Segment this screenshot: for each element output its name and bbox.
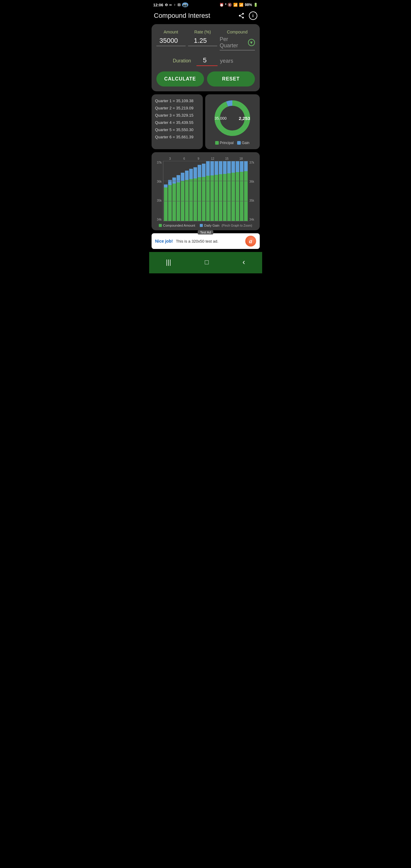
duration-label: Duration bbox=[158, 58, 194, 64]
status-icon-person: ♀ bbox=[173, 3, 176, 7]
bar-principal bbox=[231, 173, 235, 221]
bar-principal bbox=[177, 182, 180, 221]
bar-principal bbox=[206, 176, 210, 221]
chart-card: 3 6 9 12 15 18 37k 36k 35k 34k 37k 36k 3 bbox=[152, 152, 260, 230]
bar-gain bbox=[231, 161, 235, 173]
compound-label: Compound bbox=[227, 30, 248, 34]
bar-principal bbox=[185, 180, 189, 221]
bar-group bbox=[202, 161, 205, 221]
reset-button[interactable]: RESET bbox=[207, 71, 255, 87]
x-label-15: 15 bbox=[220, 157, 234, 160]
compounded-legend-label: Compounded Amount bbox=[163, 224, 195, 227]
donut-principal-value: 35,000 bbox=[215, 116, 227, 121]
bar-principal bbox=[172, 184, 176, 221]
bar-gain bbox=[202, 164, 205, 177]
donut-container: 35,000 2,253 bbox=[213, 98, 252, 138]
nav-bar: ||| □ ‹ bbox=[149, 252, 262, 273]
gain-chart-legend-label: Daily Gain bbox=[204, 224, 219, 227]
bar-group bbox=[235, 161, 239, 221]
bar-gain bbox=[215, 161, 218, 175]
amount-label: Amount bbox=[164, 30, 178, 34]
bar-gain bbox=[193, 167, 197, 179]
info-icon: i bbox=[249, 11, 257, 20]
gain-legend: Gain bbox=[237, 141, 249, 145]
nav-home-button[interactable]: □ bbox=[200, 257, 214, 267]
bar-group bbox=[181, 161, 184, 221]
bar-gain bbox=[164, 184, 167, 187]
status-icon-voicemail: ∞ bbox=[169, 3, 172, 7]
back-chevron-icon: ‹ bbox=[243, 257, 245, 267]
dropdown-icon[interactable]: ▼ bbox=[248, 39, 255, 46]
bar-principal bbox=[215, 175, 218, 221]
results-section: Quarter 1 = 35,109.38Quarter 2 = 35,219.… bbox=[152, 94, 260, 149]
bar-principal bbox=[189, 179, 193, 221]
mute-icon: 🔇 bbox=[227, 3, 232, 7]
bar-group bbox=[240, 161, 244, 221]
gain-legend-label: Gain bbox=[242, 141, 249, 145]
info-button[interactable]: i bbox=[249, 11, 257, 20]
home-square-icon: □ bbox=[205, 258, 209, 266]
ad-nicejob: Nice job! bbox=[155, 239, 173, 244]
calculate-button[interactable]: CALCULATE bbox=[156, 71, 204, 87]
gain-chart-legend-color bbox=[200, 224, 203, 227]
wifi-icon: 📶 bbox=[233, 3, 238, 7]
bars-area bbox=[163, 161, 248, 221]
donut-card: 35,000 2,253 Principal Gain bbox=[205, 94, 260, 149]
nav-back-button[interactable]: ‹ bbox=[238, 256, 250, 268]
bar-principal bbox=[164, 187, 167, 221]
bar-principal bbox=[198, 177, 201, 221]
y-right-37k: 37k bbox=[250, 161, 257, 164]
bar-group bbox=[210, 161, 214, 221]
input-row: Amount Rate (%) Compound Per Quarter ▼ bbox=[156, 30, 255, 50]
bar-group bbox=[172, 161, 176, 221]
y-left-34k: 34k bbox=[155, 218, 162, 221]
nav-menu-button[interactable]: ||| bbox=[161, 257, 176, 267]
ad-banner: Test Ad Nice job! This is a 320x50 test … bbox=[152, 233, 260, 249]
bar-principal bbox=[202, 177, 205, 221]
principal-legend: Principal bbox=[215, 141, 233, 145]
bar-principal bbox=[168, 185, 172, 221]
bar-group bbox=[219, 161, 222, 221]
compound-select-row[interactable]: Per Quarter ▼ bbox=[220, 36, 255, 50]
bar-gain bbox=[181, 173, 184, 181]
battery-icon: 🔋 bbox=[253, 3, 258, 7]
x-label-18: 18 bbox=[234, 157, 248, 160]
principal-legend-label: Principal bbox=[220, 141, 233, 145]
ad-label: Test Ad bbox=[198, 230, 213, 235]
bar-gain bbox=[206, 161, 210, 176]
chart-legend: Compounded Amount Daily Gain (Pinch Grap… bbox=[155, 224, 257, 227]
duration-input[interactable] bbox=[196, 56, 218, 66]
amount-input[interactable] bbox=[156, 36, 186, 46]
y-right-34k: 34k bbox=[250, 218, 257, 221]
app-header: Compound Interest i bbox=[149, 8, 262, 24]
bar-group bbox=[215, 161, 218, 221]
status-icon-circle: ⊖ bbox=[165, 3, 168, 7]
bluetooth-icon: * bbox=[225, 3, 227, 7]
status-left: 12:06 ⊖ ∞ ♀ ⊟ 📷 bbox=[153, 2, 189, 7]
status-bar: 12:06 ⊖ ∞ ♀ ⊟ 📷 ⏰ * 🔇 📶 📶 98% 🔋 bbox=[149, 0, 262, 8]
y-right-35k: 35k bbox=[250, 199, 257, 202]
bar-group bbox=[168, 161, 172, 221]
bar-gain bbox=[227, 161, 231, 173]
bar-gain bbox=[235, 161, 239, 172]
status-icon-camera: 📷 bbox=[182, 2, 188, 7]
compound-value: Per Quarter bbox=[220, 36, 246, 49]
bar-group bbox=[227, 161, 231, 221]
bar-group bbox=[189, 161, 193, 221]
battery-pct: 98% bbox=[245, 3, 252, 7]
signal-icon: 📶 bbox=[239, 3, 244, 7]
quarter-item: Quarter 1 = 35,109.38 bbox=[155, 98, 199, 103]
share-button[interactable] bbox=[238, 12, 245, 19]
amount-group: Amount bbox=[156, 30, 186, 50]
quarter-item: Quarter 5 = 35,550.30 bbox=[155, 127, 199, 132]
quarter-item: Quarter 2 = 35,219.09 bbox=[155, 106, 199, 110]
donut-gain-value: 2,253 bbox=[239, 116, 250, 121]
quarter-list: Quarter 1 = 35,109.38Quarter 2 = 35,219.… bbox=[152, 94, 203, 149]
button-row: CALCULATE RESET bbox=[156, 71, 255, 87]
bar-group bbox=[206, 161, 210, 221]
bar-gain bbox=[210, 161, 214, 176]
rate-input[interactable] bbox=[188, 36, 217, 46]
bar-group bbox=[231, 161, 235, 221]
x-label-12: 12 bbox=[205, 157, 220, 160]
duration-row: Duration years bbox=[156, 56, 255, 66]
